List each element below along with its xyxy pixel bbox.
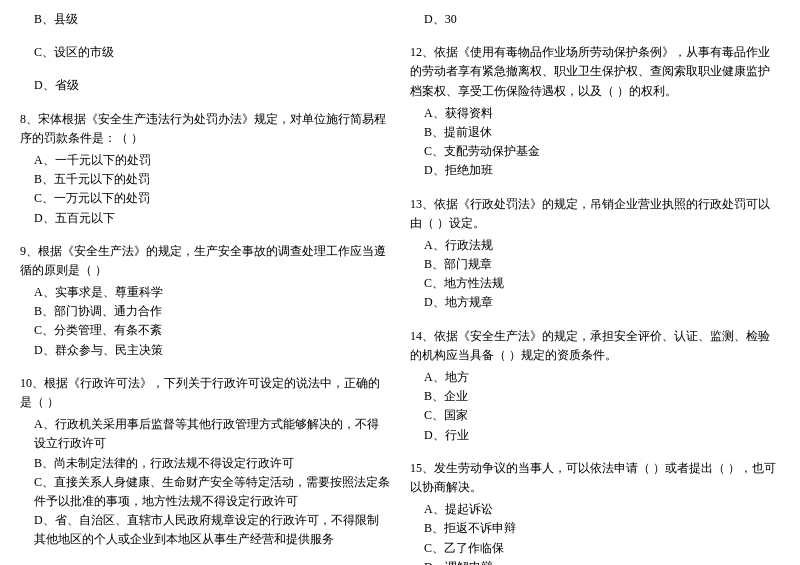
q8-option-b: B、五千元以下的处罚	[34, 170, 390, 189]
question-13: 13、依据《行政处罚法》的规定，吊销企业营业执照的行政处罚可以由（ ）设定。 A…	[410, 195, 780, 313]
q8-option-d: D、五百元以下	[34, 209, 390, 228]
option-d-30: D、30	[410, 10, 780, 29]
q13-option-c: C、地方性法规	[424, 274, 780, 293]
question-13-text: 13、依据《行政处罚法》的规定，吊销企业营业执照的行政处罚可以由（ ）设定。	[410, 195, 780, 233]
main-columns: B、县级 C、设区的市级 D、省级 8、宋体根据《安全生产违法行为处罚办法》规定…	[20, 10, 780, 565]
q14-option-b: B、企业	[424, 387, 780, 406]
option-text: D、30	[424, 10, 780, 29]
question-8-text: 8、宋体根据《安全生产违法行为处罚办法》规定，对单位施行简易程序的罚款条件是：（…	[20, 110, 390, 148]
q15-option-b: B、拒返不诉申辩	[424, 519, 780, 538]
q12-option-c: C、支配劳动保护基金	[424, 142, 780, 161]
question-12: 12、依据《使用有毒物品作业场所劳动保护条例》，从事有毒品作业的劳动者享有紧急撤…	[410, 43, 780, 180]
q10-option-d: D、省、自治区、直辖市人民政府规章设定的行政许可，不得限制其他地区的个人或企业到…	[34, 511, 390, 549]
q14-option-a: A、地方	[424, 368, 780, 387]
question-9: 9、根据《安全生产法》的规定，生产安全事故的调查处理工作应当遵循的原则是（ ） …	[20, 242, 390, 360]
option-c-district: C、设区的市级	[20, 43, 390, 62]
question-14: 14、依据《安全生产法》的规定，承担安全评价、认证、监测、检验的机构应当具备（ …	[410, 327, 780, 445]
question-14-text: 14、依据《安全生产法》的规定，承担安全评价、认证、监测、检验的机构应当具备（ …	[410, 327, 780, 365]
q9-option-d: D、群众参与、民主决策	[34, 341, 390, 360]
option-d-province: D、省级	[20, 76, 390, 95]
q10-option-a: A、行政机关采用事后监督等其他行政管理方式能够解决的，不得设立行政许可	[34, 415, 390, 453]
question-10-text: 10、根据《行政许可法》，下列关于行政许可设定的说法中，正确的是（ ）	[20, 374, 390, 412]
q13-option-a: A、行政法规	[424, 236, 780, 255]
question-15-text: 15、发生劳动争议的当事人，可以依法申请（ ）或者提出（ ），也可以协商解决。	[410, 459, 780, 497]
q9-option-b: B、部门协调、通力合作	[34, 302, 390, 321]
q12-option-d: D、拒绝加班	[424, 161, 780, 180]
q12-option-b: B、提前退休	[424, 123, 780, 142]
q8-option-c: C、一万元以下的处罚	[34, 189, 390, 208]
right-column: D、30 12、依据《使用有毒物品作业场所劳动保护条例》，从事有毒品作业的劳动者…	[410, 10, 780, 565]
q9-option-a: A、实事求是、尊重科学	[34, 283, 390, 302]
q8-option-a: A、一千元以下的处罚	[34, 151, 390, 170]
q14-option-d: D、行业	[424, 426, 780, 445]
q14-option-c: C、国家	[424, 406, 780, 425]
q12-option-a: A、获得资料	[424, 104, 780, 123]
q15-option-a: A、提起诉讼	[424, 500, 780, 519]
page-container: B、县级 C、设区的市级 D、省级 8、宋体根据《安全生产违法行为处罚办法》规定…	[20, 10, 780, 565]
question-9-text: 9、根据《安全生产法》的规定，生产安全事故的调查处理工作应当遵循的原则是（ ）	[20, 242, 390, 280]
option-text: D、省级	[34, 76, 390, 95]
option-text: B、县级	[34, 10, 390, 29]
q15-option-d: D、调解申辩	[424, 558, 780, 565]
question-8: 8、宋体根据《安全生产违法行为处罚办法》规定，对单位施行简易程序的罚款条件是：（…	[20, 110, 390, 228]
question-12-text: 12、依据《使用有毒物品作业场所劳动保护条例》，从事有毒品作业的劳动者享有紧急撤…	[410, 43, 780, 101]
question-15: 15、发生劳动争议的当事人，可以依法申请（ ）或者提出（ ），也可以协商解决。 …	[410, 459, 780, 565]
option-b-county: B、县级	[20, 10, 390, 29]
option-text: C、设区的市级	[34, 43, 390, 62]
left-column: B、县级 C、设区的市级 D、省级 8、宋体根据《安全生产违法行为处罚办法》规定…	[20, 10, 390, 565]
q13-option-d: D、地方规章	[424, 293, 780, 312]
q13-option-b: B、部门规章	[424, 255, 780, 274]
q9-option-c: C、分类管理、有条不紊	[34, 321, 390, 340]
q10-option-c: C、直接关系人身健康、生命财产安全等特定活动，需要按照法定条件予以批准的事项，地…	[34, 473, 390, 511]
q10-option-b: B、尚未制定法律的，行政法规不得设定行政许可	[34, 454, 390, 473]
q15-option-c: C、乙了作临保	[424, 539, 780, 558]
question-10: 10、根据《行政许可法》，下列关于行政许可设定的说法中，正确的是（ ） A、行政…	[20, 374, 390, 550]
